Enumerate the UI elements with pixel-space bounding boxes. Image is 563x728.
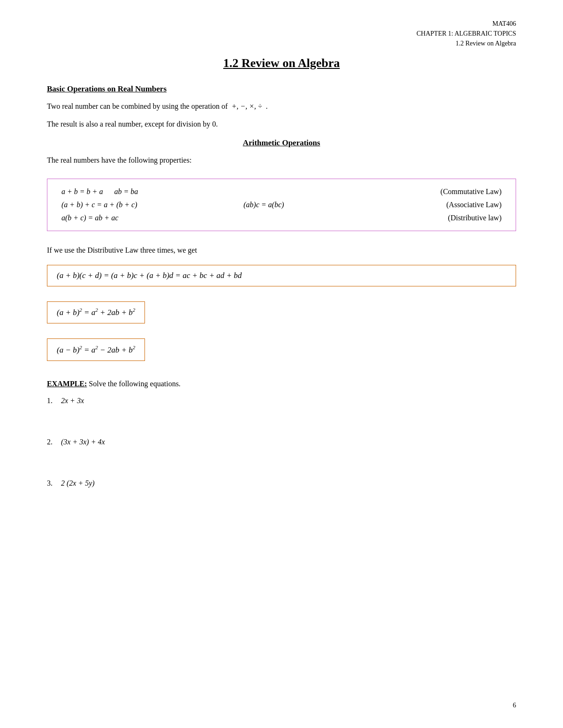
exercise-num-3: 3. bbox=[47, 479, 61, 488]
section1-para1: Two real number can be combined by using… bbox=[47, 100, 516, 113]
orange-box1: (a + b)(c + d) = (a + b)c + (a + b)d = a… bbox=[47, 265, 516, 286]
header-line1: MAT406 bbox=[417, 19, 516, 29]
example-section: EXAMPLE: Solve the following equations. … bbox=[47, 380, 516, 488]
law-row-associative: (a + b) + c = a + (b + c) (ab)c = a(bc) … bbox=[61, 201, 502, 209]
example-intro: EXAMPLE: Solve the following equations. bbox=[47, 380, 516, 388]
example-text: Solve the following equations. bbox=[87, 380, 181, 388]
laws-box: a + b = b + a ab = ba (Commutative Law) … bbox=[47, 179, 516, 231]
header-info: MAT406 CHAPTER 1: ALGEBRAIC TOPICS 1.2 R… bbox=[417, 19, 516, 48]
associative-formula: (a + b) + c = a + (b + c) bbox=[61, 201, 240, 209]
section1-para2: The result is also a real number, except… bbox=[47, 118, 516, 130]
orange-box2: (a + b)2 = a2 + 2ab + b2 bbox=[47, 301, 145, 324]
commutative-formula: a + b = b + a ab = ba bbox=[61, 188, 240, 196]
law-row-distributive: a(b + c) = ab + ac (Distributive law) bbox=[61, 214, 502, 222]
exercise-num-2: 2. bbox=[47, 438, 61, 446]
header-line2: CHAPTER 1: ALGEBRAIC TOPICS bbox=[417, 29, 516, 38]
commutative-law-label: (Commutative Law) bbox=[441, 188, 502, 196]
associative-formula2: (ab)c = a(bc) bbox=[240, 201, 324, 209]
exercise-expr-1: 2x + 3x bbox=[61, 397, 84, 405]
associative-law-label: (Associative Law) bbox=[446, 201, 502, 209]
orange-box3: (a − b)2 = a2 − 2ab + b2 bbox=[47, 338, 145, 361]
distributive-note: If we use the Distributive Law three tim… bbox=[47, 246, 516, 255]
arithmetic-intro: The real numbers have the following prop… bbox=[47, 154, 516, 166]
exercise-item-2: 2. (3x + 3x) + 4x bbox=[47, 438, 516, 446]
example-label: EXAMPLE: bbox=[47, 380, 87, 388]
page-title: 1.2 Review on Algebra bbox=[47, 56, 516, 70]
section1-heading: Basic Operations on Real Numbers bbox=[47, 84, 516, 94]
distributive-law-label: (Distributive law) bbox=[448, 214, 502, 222]
exercise-num-1: 1. bbox=[47, 397, 61, 405]
exercise-item-1: 1. 2x + 3x bbox=[47, 397, 516, 405]
orange-box3-container: (a − b)2 = a2 − 2ab + b2 bbox=[47, 334, 516, 366]
exercise-list: 1. 2x + 3x 2. (3x + 3x) + 4x 3. 2 (2x + … bbox=[47, 397, 516, 488]
exercise-expr-2: (3x + 3x) + 4x bbox=[61, 438, 105, 446]
page: MAT406 CHAPTER 1: ALGEBRAIC TOPICS 1.2 R… bbox=[0, 0, 563, 728]
exercise-expr-3: 2 (2x + 5y) bbox=[61, 479, 95, 488]
distributive-formula: a(b + c) = ab + ac bbox=[61, 214, 240, 222]
orange-box1-container: (a + b)(c + d) = (a + b)c + (a + b)d = a… bbox=[47, 260, 516, 291]
orange-box2-container: (a + b)2 = a2 + 2ab + b2 bbox=[47, 297, 516, 329]
header-line3: 1.2 Review on Algebra bbox=[417, 38, 516, 48]
law-row-commutative: a + b = b + a ab = ba (Commutative Law) bbox=[61, 188, 502, 196]
exercise-item-3: 3. 2 (2x + 5y) bbox=[47, 479, 516, 488]
arithmetic-subheading: Arithmetic Operations bbox=[47, 138, 516, 148]
page-number: 6 bbox=[513, 702, 516, 709]
